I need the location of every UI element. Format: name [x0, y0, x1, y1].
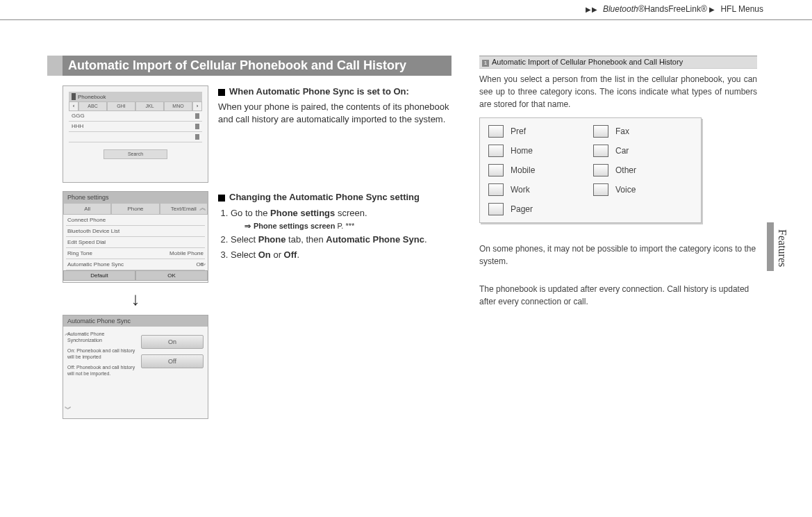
category-label: Home: [511, 146, 533, 156]
scroll-up-icon: ︽: [65, 328, 72, 338]
category-fax: Fax: [593, 125, 693, 138]
category-label: Pager: [511, 204, 533, 214]
side-tab-shadow: [767, 222, 774, 271]
breadcrumb: ▶▶ Bluetooth®HandsFreeLink® ▶ HFL Menus: [586, 4, 763, 14]
category-pref: Pref: [488, 125, 588, 138]
category-label: Fax: [615, 126, 629, 136]
autosync-desc-on: On: Phonebook and call history will be i…: [67, 347, 137, 360]
category-label: Mobile: [511, 165, 535, 175]
autosync-off-button: Off: [141, 354, 204, 368]
settings-footer-ok: OK: [135, 270, 208, 281]
category-car: Car: [593, 145, 693, 157]
block-auto-sync-on: When Automatic Phone Sync is set to On: …: [218, 85, 451, 183]
phone-icon: [72, 93, 76, 100]
info-column: 1Automatic Import of Cellular Phonebook …: [479, 56, 757, 419]
autosync-on-button: On: [141, 335, 204, 349]
settings-tab: All: [63, 203, 111, 215]
other-icon: [593, 164, 608, 177]
scroll-down-icon: ︾: [65, 404, 72, 414]
autosync-desc-title: Automatic Phone Synchronization: [67, 331, 137, 343]
step-text: .: [424, 234, 427, 245]
tab-scroll-right-icon: ›: [192, 101, 202, 111]
manual-page: ▶▶ Bluetooth®HandsFreeLink® ▶ HFL Menus …: [0, 0, 812, 517]
car-icon: [593, 145, 608, 157]
category-home: Home: [488, 145, 588, 157]
side-tab-features: Features: [776, 229, 788, 267]
breadcrumb-section: HFL Menus: [720, 4, 763, 14]
settings-item-label: Automatic Phone Sync: [67, 261, 124, 268]
flow-arrow-down-icon: ↓: [63, 290, 208, 308]
scroll-up-icon: ︽: [199, 203, 206, 213]
info-intro: When you select a person from the list i…: [479, 73, 757, 110]
scroll-down-icon: ︾: [199, 261, 206, 271]
pager-icon: [488, 203, 504, 215]
step-text: Select: [231, 234, 258, 245]
block1-body: When your phone is paired, the contents …: [218, 101, 449, 124]
info-header: 1Automatic Import of Cellular Phonebook …: [479, 56, 757, 69]
phonebook-tab: MNO: [164, 101, 192, 111]
step-bold: On: [258, 249, 271, 260]
breadcrumb-product: Bluetooth®: [603, 4, 645, 14]
step-bold: Phone settings: [270, 208, 335, 218]
step-bold: Off: [284, 249, 297, 260]
category-label: Voice: [615, 185, 636, 195]
category-label: Work: [511, 185, 530, 195]
settings-item-label: Ring Tone: [67, 250, 92, 256]
step-bold: Automatic Phone Sync: [326, 234, 424, 245]
screenshot-auto-sync: Automatic Phone Sync Automatic Phone Syn…: [63, 315, 208, 419]
xref-arrow-icon: ⇒: [245, 222, 251, 230]
step-text: Go to the: [231, 208, 270, 218]
step-text: .: [297, 249, 299, 260]
settings-item-label: Edit Speed Dial: [67, 239, 106, 245]
info-icon: 1: [482, 60, 489, 67]
settings-item-value: Mobile Phone: [169, 250, 204, 256]
block1-heading: When Automatic Phone Sync is set to On:: [229, 86, 409, 97]
screenshot-phone-settings: Phone settings All Phone Text/Email Conn…: [63, 191, 208, 283]
step-text: tab, then: [285, 234, 326, 245]
steps-list: Go to the Phone settings screen. ⇒Phone …: [218, 206, 451, 261]
breadcrumb-arrows-1: ▶▶: [586, 6, 598, 13]
settings-item-label: Bluetooth Device List: [67, 228, 119, 234]
category-label: Car: [615, 146, 629, 156]
pref-icon: [488, 125, 504, 138]
autosync-desc-off: Off: Phonebook and call history will not…: [67, 364, 137, 377]
phonebook-row: GGG: [69, 111, 202, 122]
settings-item: Automatic Phone SyncOff: [66, 259, 205, 270]
phonebook-search-button: Search: [103, 149, 167, 159]
step-3: Select On or Off.: [231, 248, 451, 262]
voice-icon: [593, 183, 608, 196]
category-pager: Pager: [488, 203, 588, 215]
header-rule: [0, 19, 812, 20]
settings-tab: Phone: [111, 203, 159, 215]
breadcrumb-arrows-2: ▶: [709, 6, 715, 13]
screenshot-autosync-title: Automatic Phone Sync: [63, 315, 208, 327]
phonebook-tab: JKL: [135, 101, 164, 111]
category-voice: Voice: [593, 183, 693, 196]
step-text: screen.: [335, 208, 367, 218]
screenshot-phonebook: Phonebook ‹ ABC GHI JKL MNO › GGG HHH: [63, 85, 208, 183]
settings-item-label: Connect Phone: [67, 217, 106, 223]
block-change-setting: Changing the Automatic Phone Sync settin…: [218, 191, 451, 283]
phonebook-row: [69, 132, 202, 142]
phonebook-row: HHH: [69, 122, 202, 132]
fax-icon: [593, 125, 608, 138]
tab-scroll-left-icon: ‹: [69, 101, 78, 111]
phonebook-tab: ABC: [78, 101, 107, 111]
work-icon: [488, 183, 504, 196]
autosync-description: Automatic Phone Synchronization On: Phon…: [67, 331, 137, 381]
bullet-square-icon: [218, 195, 225, 202]
settings-item: Edit Speed Dial: [66, 237, 205, 248]
xref-label: Phone settings screen: [254, 222, 335, 230]
settings-item: Ring ToneMobile Phone: [66, 248, 205, 259]
category-label: Pref: [511, 126, 526, 136]
home-icon: [488, 145, 504, 157]
screenshot-phonebook-title: Phonebook: [78, 94, 106, 100]
category-work: Work: [488, 183, 588, 196]
mobile-icon: [488, 164, 504, 177]
phonebook-tab: GHI: [107, 101, 135, 111]
xref-page: P. ***: [337, 222, 354, 230]
cross-reference: ⇒Phone settings screen P. ***: [245, 220, 451, 232]
category-other: Other: [593, 164, 693, 177]
section-title: Automatic Import of Cellular Phonebook a…: [63, 56, 451, 76]
main-column: Automatic Import of Cellular Phonebook a…: [63, 56, 451, 419]
